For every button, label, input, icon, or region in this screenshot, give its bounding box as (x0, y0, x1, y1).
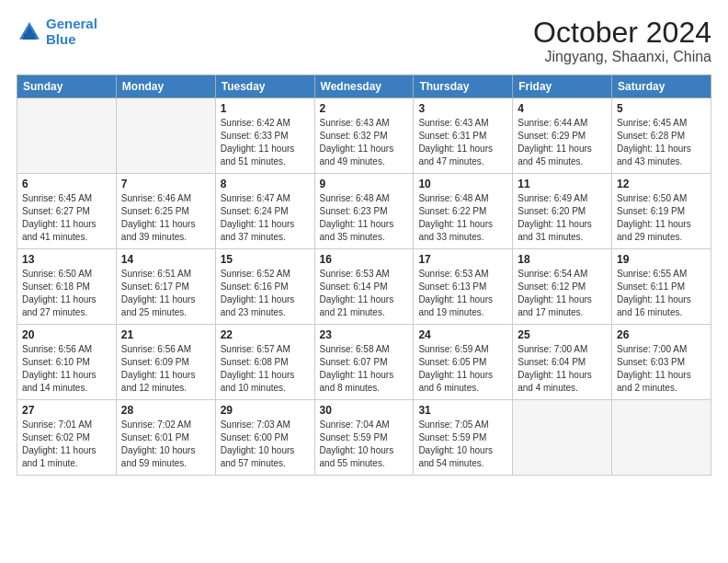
day-info: Sunrise: 6:49 AM Sunset: 6:20 PM Dayligh… (518, 192, 607, 244)
weekday-header-wednesday: Wednesday (314, 75, 414, 98)
week-row-3: 13Sunrise: 6:50 AM Sunset: 6:18 PM Dayli… (17, 249, 711, 325)
day-info: Sunrise: 6:44 AM Sunset: 6:29 PM Dayligh… (518, 117, 607, 168)
day-number: 10 (418, 178, 507, 190)
calendar-cell: 26Sunrise: 7:00 AM Sunset: 6:03 PM Dayli… (612, 325, 711, 400)
day-info: Sunrise: 6:48 AM Sunset: 6:22 PM Dayligh… (418, 192, 507, 244)
calendar-cell: 19Sunrise: 6:55 AM Sunset: 6:11 PM Dayli… (612, 249, 711, 325)
calendar-cell: 24Sunrise: 6:59 AM Sunset: 6:05 PM Dayli… (414, 325, 513, 400)
calendar-subtitle: Jingyang, Shaanxi, China (533, 49, 711, 65)
day-info: Sunrise: 6:45 AM Sunset: 6:27 PM Dayligh… (22, 192, 111, 244)
day-info: Sunrise: 6:57 AM Sunset: 6:08 PM Dayligh… (221, 343, 310, 395)
day-number: 24 (418, 328, 507, 341)
day-info: Sunrise: 6:46 AM Sunset: 6:25 PM Dayligh… (121, 192, 210, 244)
calendar-cell (513, 400, 612, 476)
week-row-5: 27Sunrise: 7:01 AM Sunset: 6:02 PM Dayli… (17, 400, 711, 476)
day-number: 30 (320, 404, 409, 417)
day-info: Sunrise: 6:45 AM Sunset: 6:28 PM Dayligh… (617, 117, 706, 168)
calendar-cell: 7Sunrise: 6:46 AM Sunset: 6:25 PM Daylig… (116, 174, 215, 249)
calendar-cell (17, 98, 117, 174)
day-info: Sunrise: 7:05 AM Sunset: 5:59 PM Dayligh… (418, 419, 507, 470)
day-number: 23 (320, 328, 409, 341)
calendar-header: SundayMondayTuesdayWednesdayThursdayFrid… (17, 75, 711, 98)
day-number: 9 (320, 178, 409, 190)
day-number: 11 (518, 178, 607, 190)
logo-icon (17, 19, 42, 45)
day-info: Sunrise: 6:59 AM Sunset: 6:05 PM Dayligh… (418, 343, 507, 395)
calendar-cell (116, 98, 215, 174)
day-info: Sunrise: 7:00 AM Sunset: 6:03 PM Dayligh… (617, 343, 706, 395)
day-info: Sunrise: 6:43 AM Sunset: 6:32 PM Dayligh… (320, 117, 409, 168)
day-info: Sunrise: 7:04 AM Sunset: 5:59 PM Dayligh… (320, 419, 409, 470)
day-info: Sunrise: 6:54 AM Sunset: 6:12 PM Dayligh… (518, 268, 607, 319)
calendar-cell: 3Sunrise: 6:43 AM Sunset: 6:31 PM Daylig… (414, 98, 513, 174)
calendar-cell: 6Sunrise: 6:45 AM Sunset: 6:27 PM Daylig… (17, 174, 117, 249)
day-info: Sunrise: 6:53 AM Sunset: 6:14 PM Dayligh… (320, 268, 409, 319)
day-number: 3 (418, 102, 507, 115)
day-info: Sunrise: 6:47 AM Sunset: 6:24 PM Dayligh… (221, 192, 310, 244)
calendar-cell: 2Sunrise: 6:43 AM Sunset: 6:32 PM Daylig… (314, 98, 414, 174)
calendar-cell: 23Sunrise: 6:58 AM Sunset: 6:07 PM Dayli… (314, 325, 414, 400)
day-info: Sunrise: 6:55 AM Sunset: 6:11 PM Dayligh… (617, 268, 706, 319)
day-number: 2 (320, 102, 409, 115)
calendar-cell: 15Sunrise: 6:52 AM Sunset: 6:16 PM Dayli… (215, 249, 314, 325)
weekday-header-sunday: Sunday (17, 75, 117, 98)
day-info: Sunrise: 7:00 AM Sunset: 6:04 PM Dayligh… (518, 343, 607, 395)
calendar-cell: 17Sunrise: 6:53 AM Sunset: 6:13 PM Dayli… (414, 249, 513, 325)
day-info: Sunrise: 7:03 AM Sunset: 6:00 PM Dayligh… (221, 419, 310, 470)
day-number: 5 (617, 102, 706, 115)
day-number: 13 (22, 253, 111, 266)
calendar-cell (612, 400, 711, 476)
calendar-cell: 16Sunrise: 6:53 AM Sunset: 6:14 PM Dayli… (314, 249, 414, 325)
calendar-cell: 27Sunrise: 7:01 AM Sunset: 6:02 PM Dayli… (17, 400, 117, 476)
weekday-header-monday: Monday (116, 75, 215, 98)
calendar-title: October 2024 (533, 17, 711, 49)
day-number: 1 (221, 102, 310, 115)
calendar-cell: 18Sunrise: 6:54 AM Sunset: 6:12 PM Dayli… (513, 249, 612, 325)
day-number: 8 (221, 178, 310, 190)
day-number: 29 (221, 404, 310, 417)
calendar-cell: 29Sunrise: 7:03 AM Sunset: 6:00 PM Dayli… (215, 400, 314, 476)
day-info: Sunrise: 6:50 AM Sunset: 6:19 PM Dayligh… (617, 192, 706, 244)
weekday-header-saturday: Saturday (612, 75, 711, 98)
calendar-cell: 1Sunrise: 6:42 AM Sunset: 6:33 PM Daylig… (215, 98, 314, 174)
day-info: Sunrise: 6:50 AM Sunset: 6:18 PM Dayligh… (22, 268, 111, 319)
day-info: Sunrise: 6:48 AM Sunset: 6:23 PM Dayligh… (320, 192, 409, 244)
calendar-cell: 9Sunrise: 6:48 AM Sunset: 6:23 PM Daylig… (314, 174, 414, 249)
calendar-cell: 5Sunrise: 6:45 AM Sunset: 6:28 PM Daylig… (612, 98, 711, 174)
day-number: 7 (121, 178, 210, 190)
logo-line1: General (46, 16, 97, 31)
day-info: Sunrise: 7:01 AM Sunset: 6:02 PM Dayligh… (22, 419, 111, 470)
svg-rect-2 (24, 33, 35, 39)
day-number: 25 (518, 328, 607, 341)
calendar-cell: 14Sunrise: 6:51 AM Sunset: 6:17 PM Dayli… (116, 249, 215, 325)
day-info: Sunrise: 6:58 AM Sunset: 6:07 PM Dayligh… (320, 343, 409, 395)
calendar-table: SundayMondayTuesdayWednesdayThursdayFrid… (17, 75, 711, 476)
calendar-cell: 22Sunrise: 6:57 AM Sunset: 6:08 PM Dayli… (215, 325, 314, 400)
day-number: 31 (418, 404, 507, 417)
calendar-cell: 20Sunrise: 6:56 AM Sunset: 6:10 PM Dayli… (17, 325, 117, 400)
calendar-cell: 30Sunrise: 7:04 AM Sunset: 5:59 PM Dayli… (314, 400, 414, 476)
day-number: 12 (617, 178, 706, 190)
logo-line2: Blue (46, 31, 76, 47)
calendar-cell: 12Sunrise: 6:50 AM Sunset: 6:19 PM Dayli… (612, 174, 711, 249)
day-number: 21 (121, 328, 210, 341)
day-info: Sunrise: 7:02 AM Sunset: 6:01 PM Dayligh… (121, 419, 210, 470)
day-number: 17 (418, 253, 507, 266)
calendar-cell: 10Sunrise: 6:48 AM Sunset: 6:22 PM Dayli… (414, 174, 513, 249)
header: General Blue October 2024 Jingyang, Shaa… (17, 17, 711, 65)
day-number: 16 (320, 253, 409, 266)
day-number: 20 (22, 328, 111, 341)
calendar-cell: 11Sunrise: 6:49 AM Sunset: 6:20 PM Dayli… (513, 174, 612, 249)
day-number: 27 (22, 404, 111, 417)
weekday-header-thursday: Thursday (414, 75, 513, 98)
calendar-cell: 21Sunrise: 6:56 AM Sunset: 6:09 PM Dayli… (116, 325, 215, 400)
day-number: 26 (617, 328, 706, 341)
day-info: Sunrise: 6:56 AM Sunset: 6:10 PM Dayligh… (22, 343, 111, 395)
weekday-header-tuesday: Tuesday (215, 75, 314, 98)
calendar-cell: 31Sunrise: 7:05 AM Sunset: 5:59 PM Dayli… (414, 400, 513, 476)
week-row-2: 6Sunrise: 6:45 AM Sunset: 6:27 PM Daylig… (17, 174, 711, 249)
weekday-header-row: SundayMondayTuesdayWednesdayThursdayFrid… (17, 75, 711, 98)
day-number: 22 (221, 328, 310, 341)
calendar-cell: 25Sunrise: 7:00 AM Sunset: 6:04 PM Dayli… (513, 325, 612, 400)
day-number: 28 (121, 404, 210, 417)
